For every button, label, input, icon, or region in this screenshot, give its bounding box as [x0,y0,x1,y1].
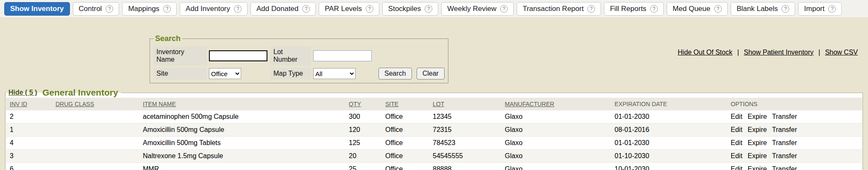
cell-drug-class [52,150,139,163]
cell-drug-class [52,123,139,137]
cell-options: Edit Expire Transfer [727,123,862,137]
edit-link[interactable]: Edit [731,139,743,146]
help-icon[interactable]: ? [163,5,171,13]
search-band: Search Inventory Name Lot Number Site Of… [0,34,868,83]
clear-button[interactable]: Clear [417,68,445,80]
search-row-2: Site Office Map Type All Search Clear [153,68,445,80]
transfer-link[interactable]: Transfer [772,165,797,170]
help-icon[interactable]: ? [714,5,722,13]
cell-inv-id: 1 [6,123,52,137]
tab-label: Control [79,5,102,13]
expire-link[interactable]: Expire [748,139,767,146]
table-row: 2 acetaminophen 500mg Capsule 300 Office… [6,110,862,123]
search-legend: Search [153,34,182,43]
edit-link[interactable]: Edit [731,126,743,133]
col-item-name[interactable]: ITEM NAME [139,98,345,110]
inventory-name-input[interactable] [209,50,267,61]
tab-stockpiles[interactable]: Stockpiles ? [382,2,438,16]
help-icon[interactable]: ? [425,5,432,13]
edit-link[interactable]: Edit [731,152,743,159]
cell-manufacturer: Glaxo [501,150,611,163]
col-expiration-date: EXPIRATION DATE [611,98,727,110]
tab-add-donated[interactable]: Add Donated ? [250,2,316,16]
cell-expiration-date: 01-10-2030 [611,150,727,163]
edit-link[interactable]: Edit [731,165,743,170]
col-lot[interactable]: LOT [429,98,501,110]
cell-site: Office [381,150,429,163]
tab-label: Stockpiles [388,5,421,13]
tab-control[interactable]: Control ? [73,2,120,16]
cell-site: Office [381,110,429,123]
tab-weekly-review[interactable]: Weekly Review ? [441,2,514,16]
cell-qty: 120 [345,123,381,137]
expire-link[interactable]: Expire [748,165,767,170]
help-icon[interactable]: ? [828,5,836,13]
cell-qty: 300 [345,110,381,123]
cell-qty: 125 [345,137,381,150]
tab-transaction-report[interactable]: Transaction Report ? [517,2,601,16]
cell-manufacturer: Glaxo [501,137,611,150]
tab-add-inventory[interactable]: Add Inventory ? [180,2,248,16]
tab-mappings[interactable]: Mappings ? [122,2,177,16]
cell-options: Edit Expire Transfer [727,163,862,170]
help-icon[interactable]: ? [782,5,789,13]
cell-item-name: Amoxicillin 500mg Capsule [139,123,345,137]
hide-out-of-stock-link[interactable]: Hide Out Of Stock [678,49,732,56]
link-separator: | [737,49,739,56]
col-manufacturer[interactable]: MANUFACTURER [501,98,611,110]
help-icon[interactable]: ? [106,5,113,13]
help-icon[interactable]: ? [587,5,595,13]
cell-inv-id: 3 [6,150,52,163]
expire-link[interactable]: Expire [748,152,767,159]
tab-label: Fill Reports [610,5,646,13]
cell-item-name: Amoxicillin 500mg Tablets [139,137,345,150]
help-icon[interactable]: ? [500,5,508,13]
col-qty[interactable]: QTY [345,98,381,110]
tab-blank-labels[interactable]: Blank Labels ? [731,2,795,16]
tab-label: Weekly Review [447,5,496,13]
transfer-link[interactable]: Transfer [772,113,797,120]
transfer-link[interactable]: Transfer [772,139,797,146]
transfer-link[interactable]: Transfer [772,126,797,133]
cell-site: Office [381,163,429,170]
cell-drug-class [52,137,139,150]
col-drug-class[interactable]: DRUG CLASS [52,98,139,110]
tab-label: Mappings [128,5,159,13]
hide-section-link[interactable]: Hide ( 5 ) [8,89,37,96]
tab-fill-reports[interactable]: Fill Reports ? [604,2,664,16]
link-separator: | [818,49,820,56]
map-type-select[interactable]: All [313,68,356,79]
edit-link[interactable]: Edit [731,113,743,120]
cell-options: Edit Expire Transfer [727,150,862,163]
help-icon[interactable]: ? [650,5,658,13]
tab-par-levels[interactable]: PAR Levels ? [319,2,379,16]
cell-expiration-date: 01-01-2030 [611,137,727,150]
col-inv-id[interactable]: INV ID [6,98,52,110]
transfer-link[interactable]: Transfer [772,152,797,159]
expire-link[interactable]: Expire [748,113,767,120]
cell-options: Edit Expire Transfer [727,110,862,123]
view-links: Hide Out Of Stock | Show Patient Invento… [678,49,858,56]
cell-manufacturer: Glaxo [501,163,611,170]
tab-med-queue[interactable]: Med Queue ? [667,2,728,16]
show-patient-inventory-link[interactable]: Show Patient Inventory [744,49,814,56]
help-icon[interactable]: ? [302,5,310,13]
tab-import[interactable]: Import ? [798,2,842,16]
cell-options: Edit Expire Transfer [727,137,862,150]
tab-label: Add Inventory [186,5,230,13]
cell-inv-id: 2 [6,110,52,123]
tab-label: Blank Labels [737,5,778,13]
help-icon[interactable]: ? [366,5,373,13]
tab-label: Import [804,5,824,13]
lot-number-input[interactable] [313,50,372,61]
help-icon[interactable]: ? [234,5,242,13]
cell-qty: 20 [345,150,381,163]
cell-drug-class [52,163,139,170]
show-csv-link[interactable]: Show CSV [825,49,858,56]
expire-link[interactable]: Expire [748,126,767,133]
search-button[interactable]: Search [378,68,412,80]
col-site[interactable]: SITE [381,98,429,110]
tab-show-inventory[interactable]: Show Inventory [4,2,70,16]
tab-label: Show Inventory [10,5,64,13]
site-select[interactable]: Office [209,68,241,79]
